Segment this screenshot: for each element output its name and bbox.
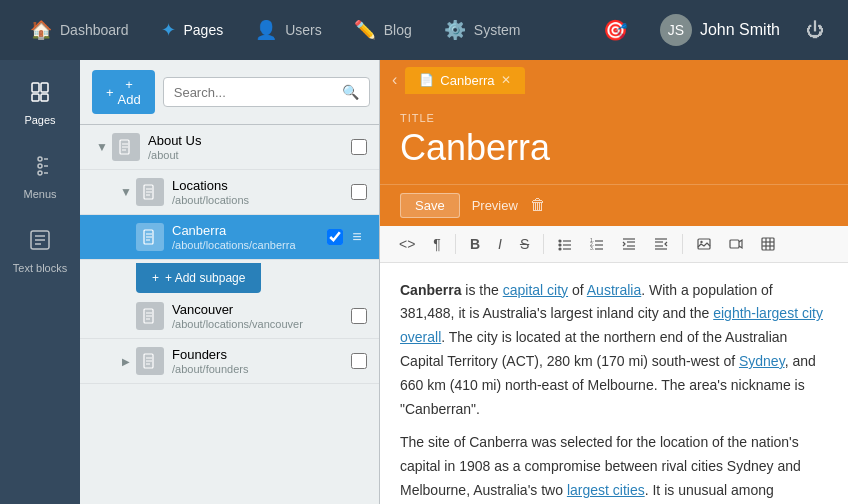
link-australia[interactable]: Australia	[587, 282, 641, 298]
page-info-vancouver: Vancouver /about/locations/vancouver	[172, 302, 351, 330]
editor-actions: Save Preview 🗑	[380, 184, 848, 226]
sidebar-pages-label: Pages	[24, 114, 55, 126]
sidebar-item-menus[interactable]: Menus	[0, 142, 80, 212]
trash-icon[interactable]: 🗑	[530, 196, 546, 214]
checkbox-vancouver[interactable]	[351, 308, 367, 324]
nav-users[interactable]: 👤 Users	[241, 11, 336, 49]
content-tabs: ‹ 📄 Canberra ✕	[380, 60, 848, 100]
nav-blog[interactable]: ✏️ Blog	[340, 11, 426, 49]
svg-point-36	[559, 244, 561, 246]
tb-table-button[interactable]	[754, 233, 782, 255]
svg-rect-3	[41, 94, 48, 101]
svg-rect-1	[41, 83, 48, 92]
nav-system[interactable]: ⚙️ System	[430, 11, 535, 49]
tab-arrow-left[interactable]: ‹	[388, 67, 401, 93]
link-eighth-largest[interactable]: eighth-largest city overall	[400, 305, 823, 345]
content-paragraph-1: Canberra is the capital city of Australi…	[400, 279, 828, 422]
nav-dashboard-label: Dashboard	[60, 22, 129, 38]
tb-paragraph-button[interactable]: ¶	[426, 232, 448, 256]
pages-panel: + + Add 🔍 ▼ About Us /about	[80, 60, 380, 504]
page-icon-vancouver	[136, 302, 164, 330]
tb-strikethrough-button[interactable]: S	[513, 232, 536, 256]
tb-ul-button[interactable]	[551, 233, 579, 255]
checkbox-about-us[interactable]	[351, 139, 367, 155]
preview-button[interactable]: Preview	[472, 198, 518, 213]
svg-point-38	[559, 248, 561, 250]
sidebar-textblocks-label: Text blocks	[13, 262, 67, 274]
pages-wand-icon: ✦	[161, 19, 176, 41]
sidebar-item-textblocks[interactable]: Text blocks	[0, 216, 80, 286]
tb-video-button[interactable]	[722, 233, 750, 255]
svg-point-4	[38, 157, 42, 161]
nav-users-label: Users	[285, 22, 322, 38]
page-icon-founders	[136, 347, 164, 375]
editor-header: TITLE Canberra	[380, 100, 848, 184]
tb-sep-3	[682, 234, 683, 254]
tb-italic-button[interactable]: I	[491, 232, 509, 256]
tb-sep-1	[455, 234, 456, 254]
page-path-about-us: /about	[148, 149, 351, 161]
add-subpage-button[interactable]: + + Add subpage	[136, 263, 261, 293]
page-path-locations: /about/locations	[172, 194, 351, 206]
tree-item-canberra[interactable]: Canberra /about/locations/canberra ≡ + +…	[80, 215, 379, 260]
tab-label: Canberra	[440, 73, 494, 88]
link-largest-cities[interactable]: largest cities	[567, 482, 645, 498]
item-menu-icon[interactable]: ≡	[347, 227, 367, 247]
tb-indent-right-button[interactable]	[647, 233, 675, 255]
add-page-button[interactable]: + + Add	[92, 70, 155, 114]
nav-dashboard[interactable]: 🏠 Dashboard	[16, 11, 143, 49]
svg-point-55	[701, 240, 703, 242]
power-icon[interactable]: ⏻	[798, 12, 832, 49]
tree-item-founders[interactable]: ▶ Founders /about/founders	[80, 339, 379, 384]
page-info-canberra: Canberra /about/locations/canberra	[172, 223, 327, 251]
page-title-about-us: About Us	[148, 133, 351, 148]
save-button[interactable]: Save	[400, 193, 460, 218]
nav-target-icon[interactable]: 🎯	[589, 10, 642, 50]
tree-item-about-us[interactable]: ▼ About Us /about	[80, 125, 379, 170]
checkbox-canberra[interactable]	[327, 229, 343, 245]
top-nav: 🏠 Dashboard ✦ Pages 👤 Users ✏️ Blog ⚙️ S…	[0, 0, 848, 60]
tab-close-icon[interactable]: ✕	[501, 73, 511, 87]
tb-code-button[interactable]: <>	[392, 232, 422, 256]
svg-rect-56	[730, 240, 739, 248]
add-subpage-icon: +	[152, 271, 159, 285]
tb-indent-left-button[interactable]	[615, 233, 643, 255]
pages-icon	[28, 80, 52, 110]
page-icon-locations	[136, 178, 164, 206]
sidebar-item-pages[interactable]: Pages	[0, 68, 80, 138]
search-icon[interactable]: 🔍	[342, 84, 359, 100]
checkbox-founders[interactable]	[351, 353, 367, 369]
nav-pages[interactable]: ✦ Pages	[147, 11, 238, 49]
link-sydney[interactable]: Sydney	[739, 353, 785, 369]
toggle-locations[interactable]: ▼	[116, 185, 136, 199]
page-info-about-us: About Us /about	[148, 133, 351, 161]
content-paragraph-2: The site of Canberra was selected for th…	[400, 431, 828, 504]
tb-image-button[interactable]	[690, 233, 718, 255]
svg-point-6	[38, 171, 42, 175]
tree-item-locations[interactable]: ▼ Locations /about/locations	[80, 170, 379, 215]
plus-icon: +	[106, 85, 114, 100]
sidebar-menus-label: Menus	[23, 188, 56, 200]
page-tree: ▼ About Us /about ▼ Locations /about	[80, 125, 379, 504]
editor-title-value: Canberra	[400, 128, 828, 168]
tab-canberra[interactable]: 📄 Canberra ✕	[405, 67, 524, 94]
editor-content[interactable]: Canberra is the capital city of Australi…	[380, 263, 848, 504]
checkbox-locations[interactable]	[351, 184, 367, 200]
link-capital-city[interactable]: capital city	[503, 282, 568, 298]
toggle-founders[interactable]: ▶	[116, 356, 136, 367]
add-subpage-label: + Add subpage	[165, 271, 245, 285]
tb-ol-button[interactable]: 1.2.3.	[583, 233, 611, 255]
nav-system-label: System	[474, 22, 521, 38]
nav-user[interactable]: JS John Smith	[646, 6, 794, 54]
dashboard-icon: 🏠	[30, 19, 52, 41]
tree-item-vancouver[interactable]: Vancouver /about/locations/vancouver	[80, 294, 379, 339]
svg-text:3.: 3.	[590, 245, 594, 251]
page-path-vancouver: /about/locations/vancouver	[172, 318, 351, 330]
menus-icon	[28, 154, 52, 184]
search-input[interactable]	[174, 85, 342, 100]
page-path-canberra: /about/locations/canberra	[172, 239, 327, 251]
page-icon-about-us	[112, 133, 140, 161]
tb-bold-button[interactable]: B	[463, 232, 487, 256]
nav-pages-label: Pages	[184, 22, 224, 38]
toggle-about-us[interactable]: ▼	[92, 140, 112, 154]
